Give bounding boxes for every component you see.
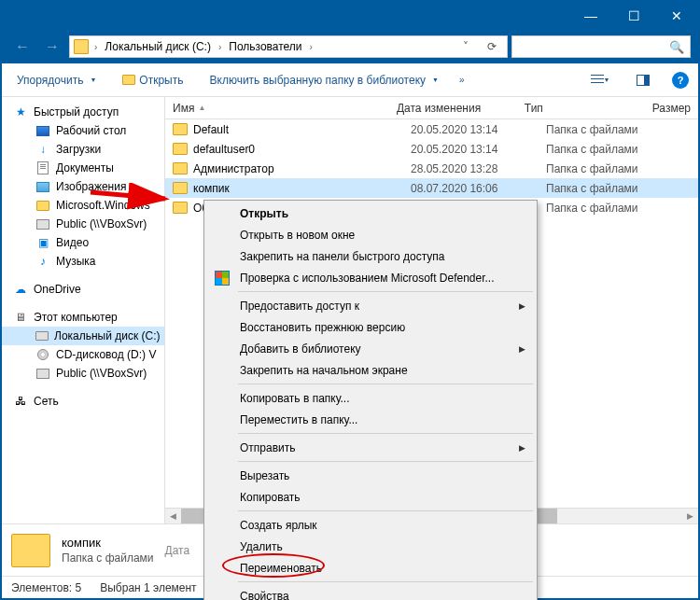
sidebar-public[interactable]: Public (\\VBoxSvr) [2,215,164,233]
cm-open-new-window[interactable]: Открыть в новом окне [206,224,535,245]
cm-give-access[interactable]: Предоставить доступ к [206,295,535,316]
sidebar-pictures[interactable]: Изображения [2,177,164,196]
file-row[interactable]: defaultuser0 20.05.2020 13:14Папка с фай… [165,139,698,159]
navbar: ← → › Локальный диск (C:) › Пользователи… [2,30,698,63]
view-mode-button[interactable]: ▼ [586,69,614,91]
breadcrumb-segment[interactable]: Локальный диск (C:) [103,40,213,53]
chevron-right-icon[interactable]: › [217,42,223,52]
cm-move-to-folder[interactable]: Переместить в папку... [206,409,535,430]
cm-add-to-library[interactable]: Добавить в библиотеку [206,338,535,359]
organize-button[interactable]: Упорядочить [11,70,102,91]
chevron-right-icon[interactable]: › [92,42,99,52]
column-headers: Имя▲ Дата изменения Тип Размер [165,97,698,119]
maximize-button[interactable]: ☐ [612,2,655,30]
star-icon: ★ [13,105,28,119]
search-icon: 🔍 [669,40,684,54]
network-icon: 🖧 [13,394,28,409]
help-button[interactable]: ? [672,72,689,89]
download-icon: ↓ [35,142,50,157]
preview-pane-button[interactable] [629,69,657,91]
cm-copy[interactable]: Копировать [206,486,535,508]
sidebar-quick-access[interactable]: ★Быстрый доступ [2,103,164,121]
cm-delete[interactable]: Удалить [206,536,535,557]
cm-pin-quick-access[interactable]: Закрепить на панели быстрого доступа [206,245,535,267]
sidebar-onedrive[interactable]: ☁OneDrive [2,280,164,299]
cm-create-shortcut[interactable]: Создать ярлык [206,514,535,536]
search-box[interactable]: 🔍 [511,35,691,58]
status-selection: Выбран 1 элемент [100,581,196,594]
cm-separator [238,433,533,434]
sidebar-downloads[interactable]: ↓Загрузки [2,140,164,159]
address-dropdown-button[interactable]: ˅ [455,36,477,57]
details-type: Папка с файлами [62,551,154,565]
network-folder-icon [35,216,50,231]
folder-icon [173,143,188,155]
cm-rename[interactable]: Переименовать [206,557,535,579]
list-view-icon [591,75,604,86]
picture-icon [35,179,50,194]
include-library-button[interactable]: Включить выбранную папку в библиотеку [204,70,444,91]
minimize-button[interactable]: — [569,2,612,30]
column-name[interactable]: Имя▲ [165,102,389,115]
cm-separator [238,461,533,462]
cm-restore-previous[interactable]: Восстановить прежнюю версию [206,316,535,338]
folder-icon [173,162,188,174]
pane-icon [637,75,650,86]
folder-icon [35,198,50,213]
cm-defender-scan[interactable]: Проверка с использованием Microsoft Defe… [206,267,535,288]
sidebar-documents[interactable]: Документы [2,159,164,177]
sidebar-video[interactable]: ▣Видео [2,233,164,252]
column-date[interactable]: Дата изменения [389,102,517,115]
column-type[interactable]: Тип [517,102,645,115]
cm-copy-to-folder[interactable]: Копировать в папку... [206,387,535,409]
nav-pane: ★Быстрый доступ Рабочий стол ↓Загрузки Д… [2,97,165,523]
sidebar-ms[interactable]: Microsoft.Windows [2,196,164,215]
cm-pin-to-start[interactable]: Закрепить на начальном экране [206,359,535,381]
folder-icon [173,123,188,135]
cloud-icon: ☁ [13,282,28,297]
column-size[interactable]: Размер [645,102,698,115]
cm-send-to[interactable]: Отправить [206,437,535,458]
sidebar-desktop[interactable]: Рабочий стол [2,121,164,140]
context-menu: Открыть Открыть в новом окне Закрепить н… [203,200,538,600]
cm-cut[interactable]: Вырезать [206,465,535,486]
music-icon: ♪ [35,254,50,269]
scroll-right-button[interactable]: ▶ [682,509,698,524]
forward-button[interactable]: → [39,34,65,60]
cm-properties[interactable]: Свойства [206,585,535,600]
sort-asc-icon: ▲ [198,104,205,112]
file-row[interactable]: Администратор 28.05.2020 13:28Папка с фа… [165,159,698,178]
folder-icon [173,202,188,214]
network-folder-icon [35,366,50,381]
folder-large-icon [11,534,50,567]
sidebar-network[interactable]: 🖧Сеть [2,392,164,411]
sidebar-cd-drive[interactable]: CD-дисковод (D:) V [2,345,164,364]
details-name: компик [62,536,154,550]
video-icon: ▣ [35,235,50,250]
titlebar: — ☐ ✕ [2,2,698,30]
address-bar[interactable]: › Локальный диск (C:) › Пользователи › ˅… [69,35,508,58]
desktop-icon [35,123,50,138]
folder-icon [173,182,188,194]
sidebar-public2[interactable]: Public (\\VBoxSvr) [2,364,164,383]
file-row-selected[interactable]: компик 08.07.2020 16:06Папка с файлами [165,178,698,198]
refresh-button[interactable]: ⟳ [481,36,503,57]
status-item-count: Элементов: 5 [11,581,81,594]
cm-separator [238,581,533,582]
cm-separator [238,384,533,384]
file-row[interactable]: Default 20.05.2020 13:14Папка с файлами [165,119,698,139]
chevron-right-icon[interactable]: › [308,42,315,52]
breadcrumb-segment[interactable]: Пользователи [227,40,303,53]
toolbar: Упорядочить Открыть Включить выбранную п… [2,63,698,97]
cm-open[interactable]: Открыть [206,202,535,224]
drive-icon [35,328,49,343]
sidebar-music[interactable]: ♪Музыка [2,252,164,271]
sidebar-this-pc[interactable]: 🖥Этот компьютер [2,308,164,327]
defender-icon [214,270,231,286]
back-button[interactable]: ← [9,34,35,60]
scroll-left-button[interactable]: ◀ [165,509,181,524]
close-button[interactable]: ✕ [655,2,698,30]
sidebar-local-disk[interactable]: Локальный диск (C:) [2,327,164,345]
open-button[interactable]: Открыть [117,70,189,91]
toolbar-overflow-button[interactable]: » [459,75,465,85]
